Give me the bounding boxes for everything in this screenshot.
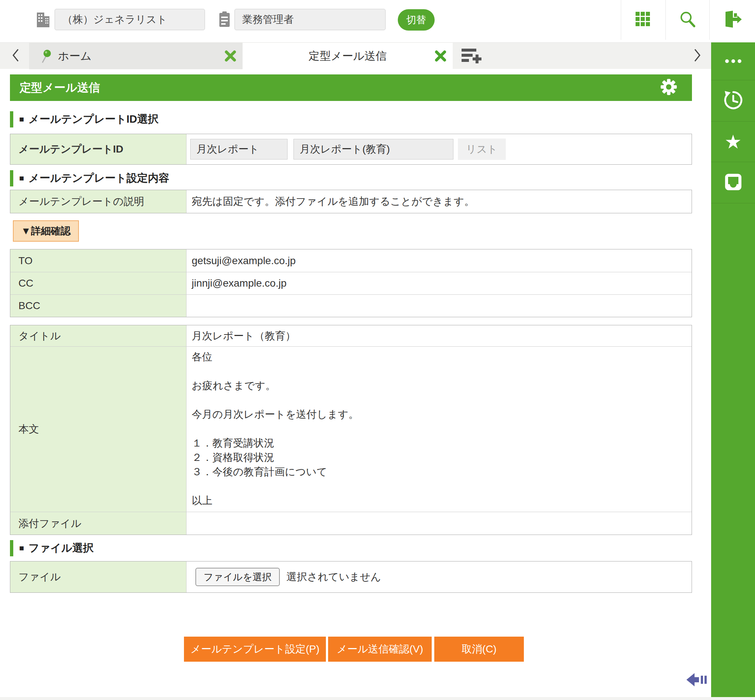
switch-button[interactable]: 切替 bbox=[398, 9, 435, 31]
recipient-table: TO getsuji@example.co.jp CC jinnji@examp… bbox=[10, 249, 692, 317]
gear-icon[interactable] bbox=[659, 78, 678, 98]
more-icon bbox=[725, 59, 741, 63]
tab-mail-send-close-icon[interactable] bbox=[434, 50, 447, 62]
body-value: 各位 お疲れさまです。 今月の月次レポートを送付します。 １．教育受講状況 ２．… bbox=[186, 347, 692, 512]
sidebar-tray-button[interactable] bbox=[711, 162, 755, 203]
header-divider bbox=[666, 0, 666, 40]
table-row-body: 本文 各位 お疲れさまです。 今月の月次レポートを送付します。 １．教育受講状況… bbox=[10, 346, 692, 512]
section-template-select: ■ メールテンプレートID選択 bbox=[10, 111, 158, 128]
collapse-sidebar-arrow-icon[interactable] bbox=[686, 671, 709, 690]
bcc-label: BCC bbox=[10, 295, 186, 317]
sidebar-more-button[interactable] bbox=[711, 42, 755, 80]
section-accent-bar bbox=[10, 111, 13, 128]
list-button[interactable]: リスト bbox=[458, 139, 506, 160]
tab-home-close-icon[interactable] bbox=[224, 50, 237, 62]
tray-icon bbox=[723, 172, 744, 194]
clipboard-icon bbox=[218, 11, 231, 29]
detail-confirm-toggle[interactable]: ▼詳細確認 bbox=[13, 220, 79, 242]
to-label: TO bbox=[10, 249, 186, 272]
table-row-attachment: 添付ファイル bbox=[10, 512, 692, 534]
table-row-bcc: BCC bbox=[10, 294, 692, 317]
page-title-bar: 定型メール送信 bbox=[10, 74, 692, 101]
send-confirm-button[interactable]: メール送信確認(V) bbox=[328, 637, 432, 662]
app-menu-grid-icon[interactable] bbox=[635, 11, 651, 29]
table-row-subject: タイトル 月次レポート（教育） bbox=[10, 325, 692, 346]
file-select-button[interactable]: ファイルを選択 bbox=[196, 568, 280, 586]
tab-scroll-right-icon[interactable] bbox=[693, 48, 701, 64]
file-value-cell: ファイルを選択 選択されていません bbox=[186, 561, 692, 592]
tab-home[interactable]: ホーム bbox=[29, 43, 243, 69]
to-value: getsuji@example.co.jp bbox=[186, 249, 692, 272]
template-name-field[interactable]: 月次レポート(教育) bbox=[293, 139, 453, 159]
description-value: 宛先は固定です。添付ファイルを追加することができます。 bbox=[186, 190, 692, 213]
header-divider bbox=[621, 0, 621, 40]
table-row: メールテンプレートID 月次レポート 月次レポート(教育) リスト bbox=[10, 134, 692, 164]
file-table: ファイル ファイルを選択 選択されていません bbox=[10, 561, 692, 593]
table-row-to: TO getsuji@example.co.jp bbox=[10, 249, 692, 272]
app-screen: 切替 ホーム 定型メール送信 bbox=[0, 0, 755, 700]
building-icon bbox=[35, 11, 51, 29]
file-label: ファイル bbox=[10, 561, 186, 592]
template-id-value-cell: 月次レポート 月次レポート(教育) リスト bbox=[186, 134, 692, 164]
template-id-field[interactable]: 月次レポート bbox=[190, 139, 288, 159]
cancel-button[interactable]: 取消(C) bbox=[434, 637, 524, 662]
section-file-select: ■ ファイル選択 bbox=[10, 540, 94, 556]
history-icon bbox=[722, 89, 744, 112]
company-input[interactable] bbox=[55, 9, 205, 30]
file-select-status: 選択されていません bbox=[287, 570, 381, 584]
template-settings-button[interactable]: メールテンプレート設定(P) bbox=[184, 637, 326, 662]
bottom-scroll-strip[interactable] bbox=[0, 697, 755, 700]
section-bullet: ■ bbox=[19, 114, 24, 124]
tab-mail-send-label: 定型メール送信 bbox=[309, 48, 386, 64]
sidebar-favorites-button[interactable]: ★ bbox=[711, 122, 755, 162]
search-icon[interactable] bbox=[679, 11, 696, 29]
page-title: 定型メール送信 bbox=[20, 80, 100, 95]
logout-icon[interactable] bbox=[722, 10, 742, 30]
attachment-label: 添付ファイル bbox=[10, 512, 186, 534]
template-id-table: メールテンプレートID 月次レポート 月次レポート(教育) リスト bbox=[10, 134, 692, 165]
body-label: 本文 bbox=[10, 347, 186, 512]
top-bar: 切替 bbox=[0, 0, 755, 40]
template-id-label: メールテンプレートID bbox=[10, 134, 186, 164]
tab-bar: ホーム 定型メール送信 bbox=[0, 42, 711, 69]
subject-label: タイトル bbox=[10, 325, 186, 346]
cc-label: CC bbox=[10, 272, 186, 294]
right-sidebar: ★ bbox=[711, 42, 755, 697]
attachment-value bbox=[186, 512, 692, 534]
add-tab-icon[interactable] bbox=[460, 47, 483, 66]
tab-mail-send[interactable]: 定型メール送信 bbox=[243, 43, 453, 69]
subject-value: 月次レポート（教育） bbox=[186, 325, 692, 346]
section-accent-bar bbox=[10, 170, 13, 186]
table-row-cc: CC jinnji@example.co.jp bbox=[10, 272, 692, 294]
role-input[interactable] bbox=[235, 9, 385, 30]
table-row-file: ファイル ファイルを選択 選択されていません bbox=[10, 561, 692, 592]
description-label: メールテンプレートの説明 bbox=[10, 190, 186, 213]
section-accent-bar bbox=[10, 540, 13, 556]
pin-icon bbox=[39, 48, 52, 66]
star-icon: ★ bbox=[724, 132, 742, 152]
header-divider bbox=[709, 0, 710, 40]
section-template-settings: ■ メールテンプレート設定内容 bbox=[10, 170, 169, 186]
section-bullet: ■ bbox=[19, 544, 24, 553]
cc-value: jinnji@example.co.jp bbox=[186, 272, 692, 294]
bcc-value bbox=[186, 295, 692, 317]
description-table: メールテンプレートの説明 宛先は固定です。添付ファイルを追加することができます。 bbox=[10, 190, 692, 213]
tab-scroll-left-icon[interactable] bbox=[12, 48, 20, 64]
section-bullet: ■ bbox=[19, 173, 24, 183]
tab-home-label: ホーム bbox=[58, 48, 91, 64]
table-row: メールテンプレートの説明 宛先は固定です。添付ファイルを追加することができます。 bbox=[10, 190, 692, 213]
message-table: タイトル 月次レポート（教育） 本文 各位 お疲れさまです。 今月の月次レポート… bbox=[10, 325, 692, 535]
sidebar-history-button[interactable] bbox=[711, 80, 755, 122]
